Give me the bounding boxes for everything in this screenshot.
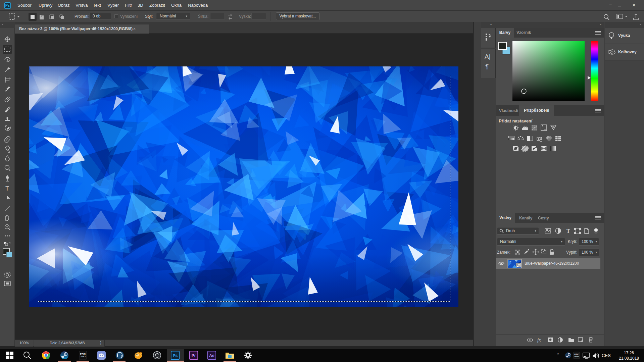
svg-text:EPIC: EPIC bbox=[80, 353, 86, 355]
svg-text:Ps: Ps bbox=[173, 353, 178, 358]
svg-text:fx: fx bbox=[537, 337, 541, 343]
svg-text:GAMES: GAMES bbox=[80, 356, 86, 358]
svg-text:T: T bbox=[5, 185, 9, 192]
svg-text:Pr: Pr bbox=[192, 353, 196, 358]
svg-text:T: T bbox=[566, 228, 570, 234]
svg-text:Ae: Ae bbox=[209, 353, 214, 358]
svg-text:GAMES: GAMES bbox=[574, 356, 579, 357]
svg-text:EPIC: EPIC bbox=[575, 353, 579, 355]
